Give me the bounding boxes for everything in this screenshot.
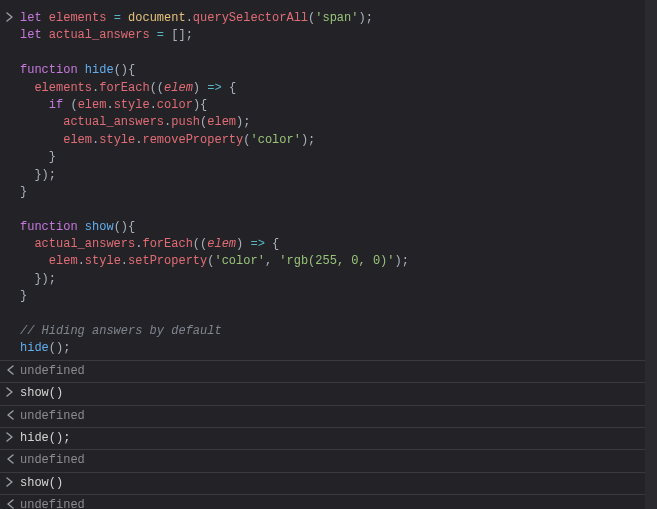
- chevron-left-icon: [2, 408, 18, 420]
- chevron-right-icon: [2, 430, 18, 442]
- chevron-right-icon: [2, 385, 18, 397]
- console-log-area: let elements = document.querySelectorAll…: [0, 8, 657, 509]
- chevron-right-icon: [2, 10, 18, 22]
- console-output-entry: undefined: [0, 450, 657, 472]
- console-output-entry: undefined: [0, 361, 657, 383]
- console-message: let elements = document.querySelectorAll…: [18, 10, 653, 358]
- console-message: undefined: [18, 363, 653, 380]
- console-output-entry: undefined: [0, 495, 657, 509]
- console-message: show(): [18, 475, 653, 492]
- console-input-entry: show(): [0, 473, 657, 495]
- chevron-left-icon: [2, 363, 18, 375]
- console-message: undefined: [18, 452, 653, 469]
- chevron-left-icon: [2, 452, 18, 464]
- console-message: hide();: [18, 430, 653, 447]
- console-message: show(): [18, 385, 653, 402]
- console-output-entry: undefined: [0, 406, 657, 428]
- chevron-right-icon: [2, 475, 18, 487]
- console-input-entry: let elements = document.querySelectorAll…: [0, 8, 657, 361]
- scrollbar[interactable]: [645, 0, 657, 509]
- console-input-entry: hide();: [0, 428, 657, 450]
- console-input-entry: show(): [0, 383, 657, 405]
- console-message: undefined: [18, 408, 653, 425]
- console-message: undefined: [18, 497, 653, 509]
- chevron-left-icon: [2, 497, 18, 509]
